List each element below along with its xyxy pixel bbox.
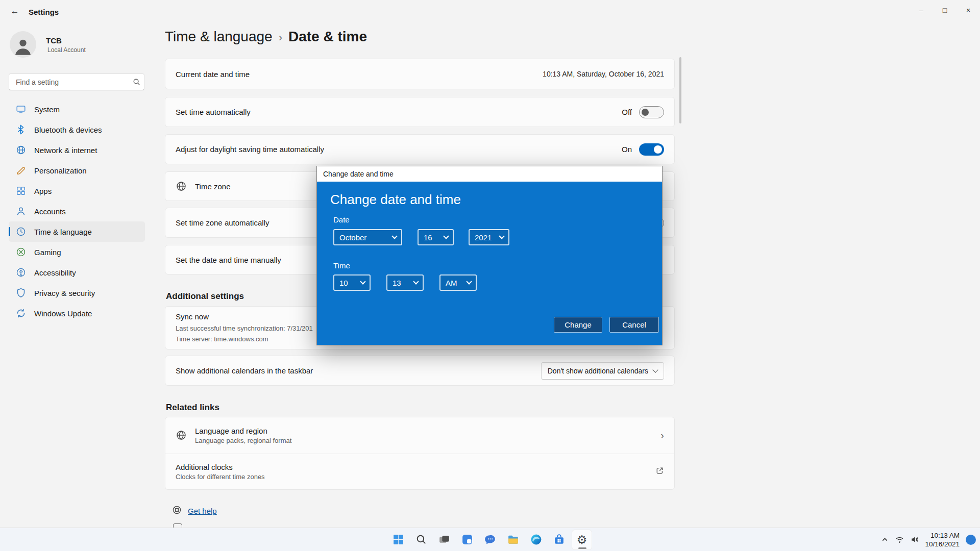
volume-tray-icon[interactable] [910, 535, 919, 544]
sidebar-item-privacy[interactable]: Privacy & security [9, 283, 145, 303]
clock-date: 10/16/2021 [925, 540, 960, 548]
windows-logo-icon [392, 533, 405, 546]
search-box[interactable] [9, 73, 144, 90]
set-time-auto-toggle[interactable] [639, 106, 664, 118]
speaker-icon [910, 535, 919, 544]
hour-value: 10 [339, 279, 348, 287]
language-region-link[interactable]: Language and region Language packs, regi… [165, 417, 674, 454]
chevron-down-icon [443, 233, 449, 239]
breadcrumb: Time & language › Date & time [165, 29, 367, 45]
person-icon [13, 36, 33, 57]
month-select[interactable]: October [333, 229, 402, 245]
related-links-card: Language and region Language packs, regi… [165, 417, 675, 490]
scrollbar-thumb[interactable] [679, 57, 681, 123]
sidebar-item-accessibility[interactable]: Accessibility [9, 262, 145, 283]
sidebar-item-label: Privacy & security [34, 289, 95, 297]
avatar[interactable] [10, 31, 36, 58]
meridiem-value: AM [446, 279, 457, 287]
minimize-button[interactable]: – [910, 0, 933, 20]
dialog-titlebar[interactable]: Change date and time [317, 166, 662, 182]
sidebar-item-label: Gaming [34, 248, 61, 257]
settings-window: ← Settings – □ × TCB Local Account Syste… [0, 0, 980, 551]
breadcrumb-parent[interactable]: Time & language [165, 29, 273, 45]
chevron-down-icon [499, 233, 504, 239]
task-view-button[interactable] [434, 530, 454, 550]
additional-clocks-link[interactable]: Additional clocks Clocks for different t… [165, 454, 674, 490]
maximize-button[interactable]: □ [933, 0, 957, 20]
meridiem-select[interactable]: AM [439, 274, 477, 291]
update-arrows-icon [16, 308, 26, 318]
sidebar-item-network[interactable]: Network & internet [9, 140, 145, 160]
language-region-subtitle: Language packs, regional format [195, 437, 660, 444]
sidebar-item-windows-update[interactable]: Windows Update [9, 303, 145, 323]
day-value: 16 [424, 233, 432, 242]
sidebar-item-gaming[interactable]: Gaming [9, 242, 145, 262]
taskbar-clock[interactable]: 10:13 AM 10/16/2021 [925, 531, 960, 548]
sidebar-item-time-language[interactable]: Time & language [9, 221, 145, 242]
maximize-icon: □ [943, 6, 947, 14]
clock-time: 10:13 AM [925, 531, 960, 540]
give-feedback-icon-partial [173, 523, 182, 528]
edge-icon [530, 533, 543, 546]
sidebar: TCB Local Account System Bluetooth & dev… [0, 22, 153, 528]
sidebar-item-label: Windows Update [34, 309, 92, 318]
app-title: Settings [29, 8, 59, 16]
search-icon [415, 533, 428, 546]
sidebar-item-label: Personalization [34, 166, 87, 175]
sidebar-item-personalization[interactable]: Personalization [9, 160, 145, 181]
store-bag-icon [553, 533, 566, 546]
year-value: 2021 [475, 233, 492, 242]
hour-select[interactable]: 10 [333, 274, 371, 291]
system-tray: 10:13 AM 10/16/2021 [880, 528, 976, 551]
current-datetime-label: Current date and time [176, 70, 543, 79]
shield-icon [16, 288, 26, 298]
file-explorer-button[interactable] [503, 530, 523, 550]
sidebar-item-bluetooth[interactable]: Bluetooth & devices [9, 119, 145, 140]
widgets-icon [461, 533, 474, 546]
dialog-body: Change date and time Date October 16 202… [317, 182, 662, 345]
brush-icon [16, 165, 26, 176]
change-button[interactable]: Change [554, 317, 602, 333]
minute-select[interactable]: 13 [386, 274, 424, 291]
task-view-icon [438, 533, 451, 546]
hidden-icons-button[interactable] [880, 535, 889, 544]
year-select[interactable]: 2021 [469, 229, 509, 245]
sidebar-item-accounts[interactable]: Accounts [9, 201, 145, 221]
change-datetime-dialog: Change date and time Change date and tim… [316, 166, 663, 345]
chevron-right-icon: › [660, 430, 664, 441]
current-datetime-row: Current date and time 10:13 AM, Saturday… [165, 59, 675, 89]
cancel-button[interactable]: Cancel [609, 317, 659, 333]
additional-calendars-row: Show additional calendars in the taskbar… [165, 356, 675, 386]
xbox-icon [16, 247, 26, 257]
search-input[interactable] [9, 74, 129, 90]
close-button[interactable]: × [957, 0, 980, 20]
dst-auto-toggle[interactable] [639, 143, 664, 156]
get-help-link[interactable]: Get help [188, 507, 217, 515]
sidebar-item-apps[interactable]: Apps [9, 181, 145, 201]
network-tray-icon[interactable] [895, 535, 904, 544]
sidebar-item-label: Time & language [34, 228, 92, 236]
last-sync-text: Last successful time synchronization: 7/… [176, 324, 313, 333]
globe-icon [16, 145, 26, 155]
chat-button[interactable] [480, 530, 500, 550]
notification-badge[interactable] [966, 535, 976, 545]
settings-button[interactable]: ⚙ [572, 530, 592, 550]
get-help-row: Get help [172, 505, 217, 517]
widgets-button[interactable] [457, 530, 477, 550]
accessibility-icon [16, 267, 26, 278]
additional-clocks-title: Additional clocks [176, 463, 655, 471]
window-controls: – □ × [910, 0, 980, 20]
calendars-dropdown[interactable]: Don't show additional calendars [541, 362, 664, 380]
taskbar-search-button[interactable] [411, 530, 431, 550]
back-button[interactable]: ← [5, 3, 24, 19]
clock-icon [16, 227, 26, 237]
start-button[interactable] [388, 530, 408, 550]
sidebar-item-system[interactable]: System [9, 99, 145, 119]
chevron-down-icon [391, 233, 397, 239]
apps-grid-icon [16, 186, 26, 196]
chevron-down-icon [466, 279, 472, 284]
day-select[interactable]: 16 [418, 229, 454, 245]
edge-button[interactable] [526, 530, 546, 550]
store-button[interactable] [549, 530, 569, 550]
minute-value: 13 [393, 279, 401, 287]
